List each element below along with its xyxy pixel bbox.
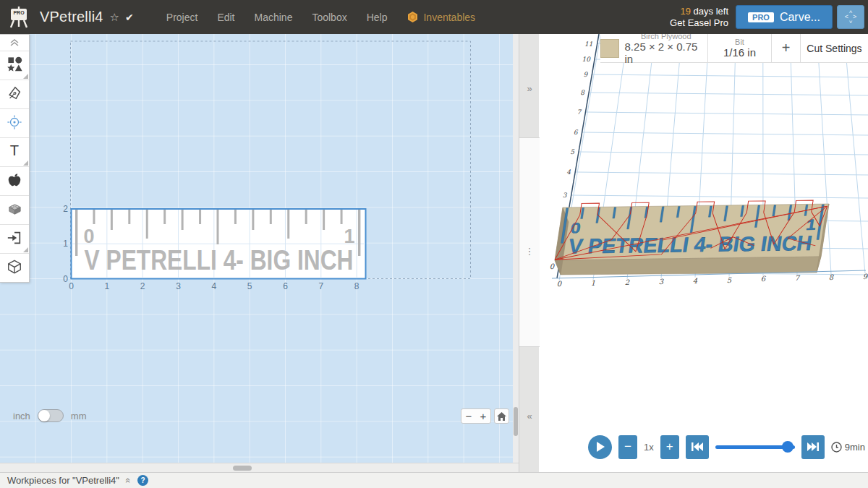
vertical-scroll-thumb[interactable] [514, 407, 518, 436]
collapse-canvas-button[interactable]: « [519, 411, 540, 421]
material-swatch [600, 39, 619, 58]
submenu-fold-icon [23, 74, 28, 79]
material-dimensions: 8.25 × 2 × 0.75 in [625, 40, 707, 65]
trial-info[interactable]: 19 days left Get Easel Pro [670, 6, 728, 29]
svg-text:5: 5 [727, 276, 732, 284]
tool-import-button[interactable] [0, 224, 29, 253]
material-selector[interactable]: Birch Plywood 8.25 × 2 × 0.75 in [600, 34, 707, 62]
trial-days-rest: days left [691, 6, 728, 17]
menu-machine[interactable]: Machine [255, 12, 293, 23]
svg-text:8: 8 [354, 281, 359, 291]
easel-pro-logo[interactable]: PRO [7, 6, 31, 29]
jog-down-arrow: ˅ [849, 20, 853, 25]
speed-label: 1x [644, 442, 654, 453]
divider-drag-handle[interactable]: ⋮ [519, 246, 540, 257]
carve-pro-badge: PRO [748, 12, 774, 22]
cube-3d-icon [7, 259, 22, 278]
skip-to-start-button[interactable] [686, 435, 709, 459]
add-bit-button[interactable]: + [771, 34, 800, 62]
unit-toggle-group: inch mm [13, 409, 87, 422]
tool-drill-button[interactable] [0, 108, 29, 137]
text-icon: T [7, 143, 22, 162]
vertical-scrollbar[interactable] [513, 34, 519, 463]
left-toolbar: T [0, 34, 30, 283]
speed-up-button[interactable]: + [660, 435, 679, 459]
svg-text:0: 0 [69, 281, 74, 291]
tool-pen-button[interactable] [0, 80, 29, 108]
svg-text:2: 2 [140, 281, 145, 291]
skip-to-end-button[interactable] [801, 435, 825, 459]
preview-panel: 3456789101101V PETRELLI 4- BIG INCH01234… [539, 34, 868, 472]
tool-icon-library-button[interactable] [0, 166, 29, 195]
svg-text:3: 3 [659, 278, 664, 286]
tool-material-block-button[interactable] [0, 195, 29, 224]
top-menu-bar: PRO VPetrelli4 ☆ ✔ ProjectEditMachineToo… [0, 0, 868, 34]
menu-project[interactable]: Project [166, 12, 198, 23]
toolbar-collapse-button[interactable] [0, 35, 29, 51]
svg-text:9: 9 [863, 273, 868, 281]
svg-text:11: 11 [584, 40, 592, 48]
logo-badge-text: PRO [13, 10, 25, 15]
simulation-progress-slider[interactable] [715, 441, 795, 453]
tool-shapes-button[interactable] [0, 51, 29, 80]
inventables-link[interactable]: Inventables [407, 11, 475, 23]
project-title[interactable]: VPetrelli4 [40, 9, 103, 25]
toggle-knob [38, 410, 50, 421]
tool-cube-3d-button[interactable] [0, 253, 29, 282]
svg-text:4: 4 [566, 168, 571, 176]
bit-selector[interactable]: Bit 1/16 in [707, 34, 771, 62]
zoom-in-button[interactable]: + [476, 409, 490, 423]
zoom-home-button[interactable] [494, 408, 509, 424]
cut-setup-header: Birch Plywood 8.25 × 2 × 0.75 in Bit 1/1… [600, 34, 868, 63]
drill-icon [7, 114, 22, 133]
favorite-star-icon[interactable]: ☆ [110, 11, 119, 24]
svg-text:0: 0 [63, 274, 68, 284]
panel-divider: » ⋮ « [519, 34, 539, 472]
main-menu: ProjectEditMachineToolboxHelp [166, 12, 388, 23]
svg-text:V PETRELLI 4- BIG INCH: V PETRELLI 4- BIG INCH [85, 245, 354, 275]
tool-text-button[interactable]: T [0, 137, 29, 166]
carve-button[interactable]: PRO Carve... [736, 5, 833, 29]
submenu-fold-icon [23, 160, 28, 166]
menu-edit[interactable]: Edit [217, 12, 234, 23]
cut-settings-button[interactable]: Cut Settings [800, 34, 868, 62]
play-button[interactable] [588, 435, 612, 459]
unit-toggle[interactable] [38, 409, 64, 422]
svg-text:1: 1 [63, 239, 68, 249]
zoom-out-button[interactable]: − [461, 409, 476, 423]
slider-handle[interactable] [782, 441, 793, 453]
svg-text:0: 0 [84, 226, 95, 247]
jog-machine-button[interactable]: ˄ ˂˃ ˅ [837, 5, 864, 29]
svg-text:6: 6 [283, 281, 288, 291]
help-icon[interactable]: ? [137, 475, 148, 486]
menu-toolbox[interactable]: Toolbox [312, 12, 346, 23]
icon-library-icon [7, 172, 22, 191]
submenu-fold-icon [23, 247, 28, 252]
workpieces-label: Workpieces for "VPetrelli4" [7, 475, 119, 486]
expand-canvas-button[interactable]: » [519, 83, 540, 94]
saved-check-icon: ✔ [125, 12, 134, 23]
material-block-icon [7, 200, 23, 220]
design-canvas[interactable]: 01234567801201V PETRELLI 4- BIG INCH [0, 34, 514, 463]
bit-label: Bit [735, 38, 744, 46]
horizontal-scrollbar[interactable] [0, 463, 519, 472]
horizontal-scroll-thumb[interactable] [233, 466, 252, 471]
bit-value: 1/16 in [723, 46, 756, 59]
svg-text:4: 4 [211, 281, 216, 291]
trial-days: 19 [681, 6, 691, 17]
workpieces-collapse-icon[interactable]: « [123, 478, 134, 483]
get-easel-pro-link[interactable]: Get Easel Pro [670, 17, 728, 29]
svg-text:1: 1 [344, 226, 355, 247]
svg-text:3: 3 [176, 281, 181, 291]
inventables-hex-icon [407, 11, 419, 23]
workpieces-bar: Workpieces for "VPetrelli4" « ? [0, 472, 868, 488]
carve-time-estimate: 9min [831, 442, 865, 453]
svg-text:2: 2 [63, 204, 68, 214]
shapes-icon [7, 56, 23, 75]
svg-text:2: 2 [625, 278, 630, 286]
svg-text:1: 1 [104, 281, 109, 291]
svg-text:10: 10 [582, 56, 591, 63]
menu-help[interactable]: Help [367, 12, 388, 23]
speed-down-button[interactable]: − [618, 435, 637, 459]
svg-text:7: 7 [318, 281, 323, 291]
